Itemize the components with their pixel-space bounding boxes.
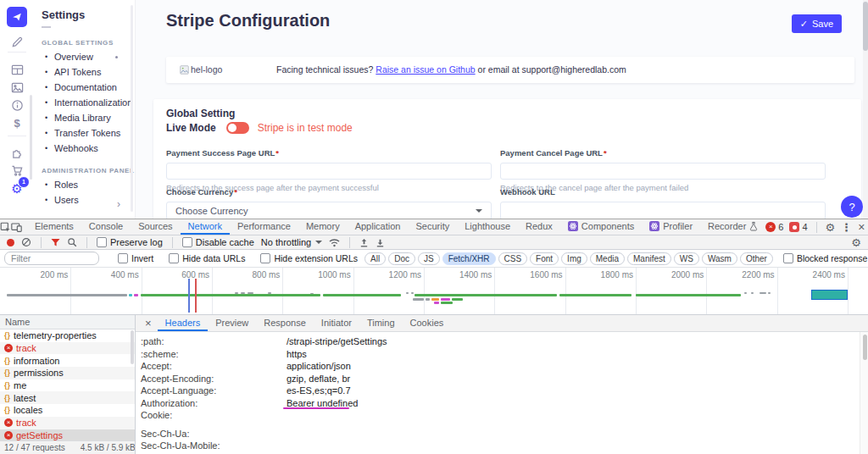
request-list-scrollbar[interactable] xyxy=(131,330,134,364)
network-overview[interactable]: 200 ms400 ms600 ms800 ms1000 ms1200 ms14… xyxy=(0,268,868,315)
success-url-input[interactable] xyxy=(166,163,492,180)
details-scrollbar-thumb[interactable] xyxy=(863,335,867,360)
media-library-icon[interactable] xyxy=(0,80,34,95)
error-count-badge[interactable]: × 6 xyxy=(765,222,783,232)
filter-pill-other[interactable]: Other xyxy=(740,252,773,265)
hide-extension-urls-checkbox[interactable]: Hide extension URLs xyxy=(260,253,358,263)
filter-pill-all[interactable]: All xyxy=(364,252,386,265)
collapse-chevron-icon[interactable]: › xyxy=(117,198,120,210)
checkbox[interactable] xyxy=(97,237,107,247)
checkbox[interactable] xyxy=(169,253,179,263)
details-scrollbar[interactable] xyxy=(860,332,868,454)
filter-funnel-icon[interactable] xyxy=(51,238,60,247)
plugins-icon[interactable] xyxy=(0,145,34,160)
sidebar-item-api-tokens[interactable]: •API Tokens xyxy=(34,64,135,80)
throttling-dropdown[interactable]: No throttling xyxy=(261,237,322,247)
filter-pill-media[interactable]: Media xyxy=(590,252,625,265)
request-row-information[interactable]: {}information xyxy=(0,354,135,367)
sidebar-item-documentation[interactable]: •Documentation xyxy=(34,80,135,95)
devtools-tab-performance[interactable]: Performance xyxy=(230,219,298,235)
filter-pill-fetch-xhr[interactable]: Fetch/XHR xyxy=(442,252,496,265)
devtools-tab-profiler[interactable]: Profiler xyxy=(642,219,700,235)
sidebar-item-transfer-tokens[interactable]: •Transfer Tokens xyxy=(34,125,135,141)
strapi-logo[interactable] xyxy=(7,7,27,27)
checkbox[interactable] xyxy=(182,237,192,247)
export-har-icon[interactable] xyxy=(376,238,385,247)
close-details-icon[interactable]: × xyxy=(139,317,158,329)
devtools-tab-security[interactable]: Security xyxy=(408,219,457,235)
devtools-tab-lighthouse[interactable]: Lighthouse xyxy=(457,219,518,235)
devtools-tab-recorder[interactable]: Recorder xyxy=(700,219,765,235)
sidebar-item-media-library[interactable]: •Media Library xyxy=(34,110,135,125)
filter-pill-font[interactable]: Font xyxy=(530,252,559,265)
devtools-tab-memory[interactable]: Memory xyxy=(298,219,348,235)
search-icon[interactable] xyxy=(67,237,77,247)
filter-pill-js[interactable]: JS xyxy=(418,252,440,265)
content-type-builder-icon[interactable] xyxy=(0,62,34,77)
invert-checkbox[interactable]: Invert xyxy=(118,253,153,263)
network-conditions-icon[interactable] xyxy=(329,237,340,248)
blocked-response-cookies-checkbox[interactable]: Blocked response cookies xyxy=(783,253,868,263)
devtools-tab-redux[interactable]: Redux xyxy=(518,219,560,235)
currency-select[interactable]: Choose Currency xyxy=(166,202,492,219)
cancel-url-input[interactable] xyxy=(500,163,826,180)
record-button[interactable] xyxy=(7,239,14,246)
devtools-tab-console[interactable]: Console xyxy=(81,219,131,235)
import-har-icon[interactable] xyxy=(359,238,369,247)
sidebar-item-roles[interactable]: •Roles xyxy=(34,177,135,192)
request-row-locales[interactable]: {}locales xyxy=(0,404,135,417)
marketplace-icon[interactable] xyxy=(0,163,34,178)
content-manager-icon[interactable] xyxy=(0,34,34,49)
sidebar-item-overview[interactable]: •Overview xyxy=(34,49,135,64)
name-column-header[interactable]: Name xyxy=(0,315,135,329)
request-row-track[interactable]: ×track xyxy=(0,342,135,355)
github-issue-link[interactable]: Raise an issue on Github xyxy=(376,64,475,75)
settings-nav-scrollbar[interactable] xyxy=(131,5,133,212)
filter-input[interactable] xyxy=(4,252,99,265)
details-tab-preview[interactable]: Preview xyxy=(208,315,256,331)
devtools-settings-gear-icon[interactable]: ⚙ xyxy=(826,222,836,233)
inspect-element-icon[interactable] xyxy=(0,219,11,235)
request-row-getsettings[interactable]: ×getSettings xyxy=(0,429,135,442)
preserve-log-checkbox[interactable]: Preserve log xyxy=(97,237,163,247)
checkbox[interactable] xyxy=(260,253,270,263)
details-tab-response[interactable]: Response xyxy=(256,315,314,331)
hide-data-urls-checkbox[interactable]: Hide data URLs xyxy=(169,253,245,263)
devtools-tab-network[interactable]: Network xyxy=(181,219,230,235)
rail-scrollbar[interactable] xyxy=(30,95,32,180)
details-tab-cookies[interactable]: Cookies xyxy=(403,315,452,331)
page-scrollbar[interactable] xyxy=(863,0,868,219)
network-settings-gear-icon[interactable]: ⚙ xyxy=(851,237,861,248)
request-row-me[interactable]: {}me xyxy=(0,379,135,392)
issues-count-badge[interactable]: 4 xyxy=(789,222,807,232)
filter-pill-css[interactable]: CSS xyxy=(498,252,528,265)
live-mode-toggle[interactable] xyxy=(226,122,249,134)
details-tab-timing[interactable]: Timing xyxy=(359,315,403,331)
info-icon[interactable] xyxy=(0,97,34,113)
devtools-tab-components[interactable]: Components xyxy=(560,219,642,235)
sidebar-item-webhooks[interactable]: •Webhooks xyxy=(34,141,135,156)
clear-icon[interactable] xyxy=(21,237,31,247)
devtools-close-icon[interactable]: × xyxy=(858,221,865,233)
sidebar-item-internationalization[interactable]: •Internationalization xyxy=(34,95,135,110)
checkbox[interactable] xyxy=(118,253,128,263)
stripe-plugin-icon[interactable]: $ xyxy=(0,115,34,130)
kebab-menu-icon[interactable]: ⋮ xyxy=(841,222,852,233)
webhook-input[interactable] xyxy=(500,202,826,219)
request-row-permissions[interactable]: {}permissions xyxy=(0,367,135,379)
devtools-tab-elements[interactable]: Elements xyxy=(27,219,81,235)
filter-pill-img[interactable]: Img xyxy=(561,252,587,265)
disable-cache-checkbox[interactable]: Disable cache xyxy=(182,237,254,247)
devtools-tab-sources[interactable]: Sources xyxy=(131,219,180,235)
request-row-track[interactable]: ×track xyxy=(0,417,135,429)
checkbox[interactable] xyxy=(783,253,793,263)
save-button[interactable]: ✓ Save xyxy=(792,14,842,33)
filter-pill-ws[interactable]: WS xyxy=(674,252,699,265)
filter-pill-manifest[interactable]: Manifest xyxy=(627,252,671,265)
device-toolbar-icon[interactable] xyxy=(11,219,22,235)
request-row-latest[interactable]: {}latest xyxy=(0,391,135,404)
page-scrollbar-thumb[interactable] xyxy=(863,2,868,51)
details-tab-headers[interactable]: Headers xyxy=(158,315,209,331)
request-row-telemetry-properties[interactable]: {}telemetry-properties xyxy=(0,329,135,342)
devtools-tab-application[interactable]: Application xyxy=(348,219,409,235)
